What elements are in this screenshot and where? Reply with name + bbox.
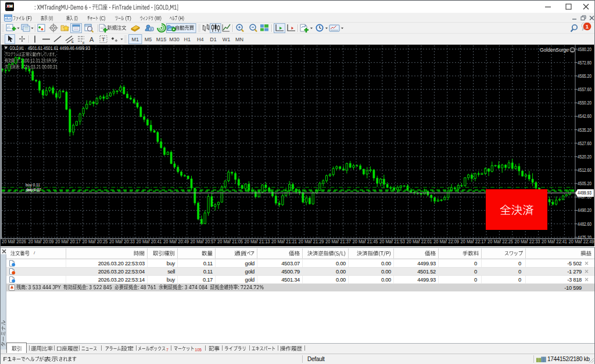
svg-text:20 Mar 21:05: 20 Mar 21:05 [217,239,243,244]
svg-text:A: A [89,36,94,43]
svg-text:20 Mar 22:17: 20 Mar 22:17 [461,239,486,244]
svg-text:20 Mar 20:25: 20 Mar 20:25 [83,239,108,244]
svg-text:4572.80: 4572.80 [578,60,592,66]
svg-text:20 Mar 22:01: 20 Mar 22:01 [407,239,432,244]
svg-text:4490.20: 4490.20 [578,207,592,213]
svg-text:4499.93: 4499.93 [578,190,592,196]
svg-text:20 Mar 20:17: 20 Mar 20:17 [55,239,81,244]
svg-text:4565.20: 4565.20 [578,73,592,79]
svg-text:M5: M5 [145,37,152,42]
svg-text:20 Mar 22:49: 20 Mar 22:49 [569,239,594,244]
svg-text:E: E [71,40,74,44]
svg-text:M1: M1 [131,37,139,42]
svg-text:20 Mar 22:25: 20 Mar 22:25 [488,239,513,244]
svg-text:20 Mar 22:09: 20 Mar 22:09 [433,239,459,244]
svg-text:20 Mar 21:37: 20 Mar 21:37 [325,239,351,244]
svg-text:M30: M30 [169,37,180,42]
svg-text:4482.60: 4482.60 [578,221,592,227]
svg-text:4505.20: 4505.20 [578,181,592,186]
svg-text:20 Mar 20:41: 20 Mar 20:41 [137,239,162,244]
svg-text:GOLD,M1: GOLD,M1 [10,45,24,51]
svg-text:4550.20: 4550.20 [578,100,592,106]
svg-text:buy 0.17: buy 0.17 [27,187,41,192]
svg-text:20 Mar 2026: 20 Mar 2026 [2,239,26,244]
svg-text:20 Mar 21:45: 20 Mar 21:45 [353,239,378,244]
svg-text:4520.20: 4520.20 [578,154,592,160]
svg-text:H1: H1 [184,37,191,42]
svg-text:4542.60: 4542.60 [578,113,592,119]
svg-text:1: 1 [586,23,589,30]
svg-text:20 Mar 22:41: 20 Mar 22:41 [542,239,567,244]
svg-text:4512.60: 4512.60 [578,167,592,173]
svg-text:4527.60: 4527.60 [578,140,592,146]
svg-text:4535.20: 4535.20 [578,127,592,133]
svg-text:20 Mar 21:53: 20 Mar 21:53 [379,239,405,244]
svg-text:20 Mar 20:09: 20 Mar 20:09 [28,239,54,244]
svg-text:MN: MN [235,37,243,42]
svg-text:4557.60: 4557.60 [578,87,592,92]
svg-text:4501.61 4501.61 4499.46 4499.9: 4501.61 4501.61 4499.46 4499.93 [28,45,91,51]
svg-text:4580.20: 4580.20 [578,46,592,52]
svg-text:D1: D1 [210,37,217,42]
svg-text:GoldenSurge: GoldenSurge [540,47,569,53]
svg-text:W1: W1 [223,37,231,42]
svg-text:20 Mar 21:29: 20 Mar 21:29 [299,239,324,244]
svg-text:20 Mar 22:33: 20 Mar 22:33 [515,239,540,244]
svg-text:20 Mar 20:57: 20 Mar 20:57 [191,239,216,244]
svg-text:20 Mar 21:21: 20 Mar 21:21 [271,239,297,244]
svg-text:F: F [83,41,85,45]
svg-text:M15: M15 [156,37,167,42]
svg-text:20 Mar 20:33: 20 Mar 20:33 [109,239,135,244]
svg-text:T: T [102,36,105,42]
svg-text:20 Mar 21:13: 20 Mar 21:13 [245,239,270,244]
svg-text:20 Mar 20:49: 20 Mar 20:49 [163,239,189,244]
svg-text:H4: H4 [197,37,204,42]
